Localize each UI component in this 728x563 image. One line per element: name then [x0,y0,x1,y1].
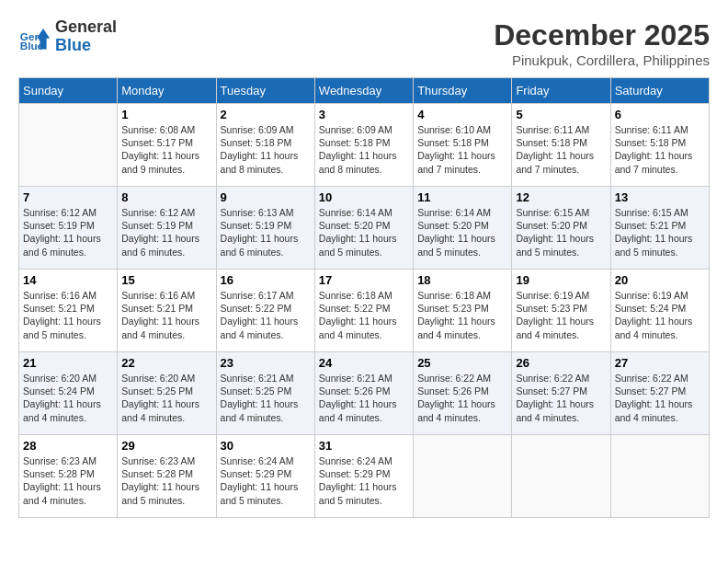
calendar-cell: 7Sunrise: 6:12 AMSunset: 5:19 PMDaylight… [19,187,118,270]
day-info: Sunrise: 6:22 AMSunset: 5:26 PMDaylight:… [417,372,507,424]
day-info: Sunrise: 6:18 AMSunset: 5:23 PMDaylight:… [417,289,507,341]
calendar-cell: 10Sunrise: 6:14 AMSunset: 5:20 PMDayligh… [314,187,413,270]
calendar-week-row: 14Sunrise: 6:16 AMSunset: 5:21 PMDayligh… [19,270,710,352]
day-info: Sunrise: 6:20 AMSunset: 5:24 PMDaylight:… [23,372,113,424]
day-number: 31 [319,439,409,453]
day-info: Sunrise: 6:22 AMSunset: 5:27 PMDaylight:… [516,372,606,424]
weekday-header-thursday: Thursday [414,78,512,104]
calendar-cell: 15Sunrise: 6:16 AMSunset: 5:21 PMDayligh… [118,270,216,352]
day-number: 15 [121,273,211,287]
day-number: 11 [417,190,507,204]
calendar-cell: 27Sunrise: 6:22 AMSunset: 5:27 PMDayligh… [610,352,709,435]
calendar-cell: 22Sunrise: 6:20 AMSunset: 5:25 PMDayligh… [118,352,216,435]
title-block: December 2025 Pinukpuk, Cordillera, Phil… [494,18,710,68]
day-info: Sunrise: 6:15 AMSunset: 5:21 PMDaylight:… [615,206,705,259]
calendar-cell: 24Sunrise: 6:21 AMSunset: 5:26 PMDayligh… [314,352,413,435]
day-number: 22 [121,356,211,370]
day-info: Sunrise: 6:14 AMSunset: 5:20 PMDaylight:… [417,206,507,259]
calendar-cell: 9Sunrise: 6:13 AMSunset: 5:19 PMDaylight… [216,187,314,270]
day-number: 27 [615,356,705,370]
day-info: Sunrise: 6:11 AMSunset: 5:18 PMDaylight:… [615,123,705,176]
month-title: December 2025 [494,18,710,52]
day-info: Sunrise: 6:17 AMSunset: 5:22 PMDaylight:… [221,289,311,341]
day-number: 16 [221,273,311,287]
day-info: Sunrise: 6:15 AMSunset: 5:20 PMDaylight:… [516,206,606,259]
day-number: 14 [23,273,113,287]
day-number: 13 [615,190,705,204]
calendar-cell [414,435,512,518]
calendar-cell: 20Sunrise: 6:19 AMSunset: 5:24 PMDayligh… [610,270,709,352]
calendar-cell: 23Sunrise: 6:21 AMSunset: 5:25 PMDayligh… [216,352,314,435]
calendar-cell: 21Sunrise: 6:20 AMSunset: 5:24 PMDayligh… [19,352,118,435]
day-number: 24 [319,356,409,370]
calendar-cell: 25Sunrise: 6:22 AMSunset: 5:26 PMDayligh… [414,352,512,435]
day-number: 7 [23,190,113,204]
day-number: 26 [516,356,606,370]
day-info: Sunrise: 6:22 AMSunset: 5:27 PMDaylight:… [615,372,705,424]
calendar-cell [610,435,709,518]
calendar-cell: 17Sunrise: 6:18 AMSunset: 5:22 PMDayligh… [314,270,413,352]
day-info: Sunrise: 6:20 AMSunset: 5:25 PMDaylight:… [121,372,211,424]
day-info: Sunrise: 6:12 AMSunset: 5:19 PMDaylight:… [23,206,113,259]
day-number: 12 [516,190,606,204]
day-info: Sunrise: 6:11 AMSunset: 5:18 PMDaylight:… [516,123,606,176]
calendar-cell: 28Sunrise: 6:23 AMSunset: 5:28 PMDayligh… [19,435,118,518]
day-info: Sunrise: 6:09 AMSunset: 5:18 PMDaylight:… [221,123,311,176]
day-number: 21 [23,356,113,370]
day-number: 4 [417,108,507,121]
calendar-cell: 30Sunrise: 6:24 AMSunset: 5:29 PMDayligh… [216,435,314,518]
day-info: Sunrise: 6:24 AMSunset: 5:29 PMDaylight:… [221,454,311,507]
day-number: 25 [417,356,507,370]
logo-icon: Gen Blue [18,20,51,53]
day-info: Sunrise: 6:18 AMSunset: 5:22 PMDaylight:… [319,289,409,341]
day-number: 30 [221,439,311,453]
calendar-cell: 31Sunrise: 6:24 AMSunset: 5:29 PMDayligh… [314,435,413,518]
day-number: 29 [121,439,211,453]
day-info: Sunrise: 6:23 AMSunset: 5:28 PMDaylight:… [23,454,113,507]
day-info: Sunrise: 6:09 AMSunset: 5:18 PMDaylight:… [319,123,409,176]
day-info: Sunrise: 6:10 AMSunset: 5:18 PMDaylight:… [417,123,507,176]
calendar-cell [19,104,118,187]
day-info: Sunrise: 6:21 AMSunset: 5:26 PMDaylight:… [319,372,409,424]
day-info: Sunrise: 6:23 AMSunset: 5:28 PMDaylight:… [121,454,211,507]
weekday-header-saturday: Saturday [610,78,709,104]
calendar-cell: 5Sunrise: 6:11 AMSunset: 5:18 PMDaylight… [512,104,610,187]
calendar-cell: 3Sunrise: 6:09 AMSunset: 5:18 PMDaylight… [314,104,413,187]
day-info: Sunrise: 6:21 AMSunset: 5:25 PMDaylight:… [221,372,311,424]
weekday-header-sunday: Sunday [19,78,118,104]
logo-text: General Blue [55,18,117,55]
calendar-cell: 11Sunrise: 6:14 AMSunset: 5:20 PMDayligh… [414,187,512,270]
day-info: Sunrise: 6:12 AMSunset: 5:19 PMDaylight:… [121,206,211,259]
day-number: 10 [319,190,409,204]
calendar-cell: 8Sunrise: 6:12 AMSunset: 5:19 PMDaylight… [118,187,216,270]
day-info: Sunrise: 6:19 AMSunset: 5:24 PMDaylight:… [615,289,705,341]
calendar-cell [512,435,610,518]
calendar-cell: 26Sunrise: 6:22 AMSunset: 5:27 PMDayligh… [512,352,610,435]
day-number: 9 [221,190,311,204]
day-info: Sunrise: 6:16 AMSunset: 5:21 PMDaylight:… [23,289,113,341]
day-number: 23 [221,356,311,370]
calendar-week-row: 21Sunrise: 6:20 AMSunset: 5:24 PMDayligh… [19,352,710,435]
weekday-header-monday: Monday [118,78,216,104]
day-info: Sunrise: 6:19 AMSunset: 5:23 PMDaylight:… [516,289,606,341]
day-info: Sunrise: 6:08 AMSunset: 5:17 PMDaylight:… [121,123,211,176]
day-number: 1 [121,108,211,121]
day-number: 8 [121,190,211,204]
calendar-cell: 13Sunrise: 6:15 AMSunset: 5:21 PMDayligh… [610,187,709,270]
weekday-header-row: SundayMondayTuesdayWednesdayThursdayFrid… [19,78,710,104]
weekday-header-wednesday: Wednesday [314,78,413,104]
day-number: 2 [221,108,311,121]
location: Pinukpuk, Cordillera, Philippines [494,52,710,68]
day-number: 6 [615,108,705,121]
day-number: 19 [516,273,606,287]
day-number: 17 [319,273,409,287]
calendar-week-row: 28Sunrise: 6:23 AMSunset: 5:28 PMDayligh… [19,435,710,518]
day-number: 28 [23,439,113,453]
calendar-week-row: 1Sunrise: 6:08 AMSunset: 5:17 PMDaylight… [19,104,710,187]
calendar-cell: 12Sunrise: 6:15 AMSunset: 5:20 PMDayligh… [512,187,610,270]
calendar-cell: 4Sunrise: 6:10 AMSunset: 5:18 PMDaylight… [414,104,512,187]
day-info: Sunrise: 6:16 AMSunset: 5:21 PMDaylight:… [121,289,211,341]
day-info: Sunrise: 6:14 AMSunset: 5:20 PMDaylight:… [319,206,409,259]
day-info: Sunrise: 6:13 AMSunset: 5:19 PMDaylight:… [221,206,311,259]
calendar-cell: 19Sunrise: 6:19 AMSunset: 5:23 PMDayligh… [512,270,610,352]
